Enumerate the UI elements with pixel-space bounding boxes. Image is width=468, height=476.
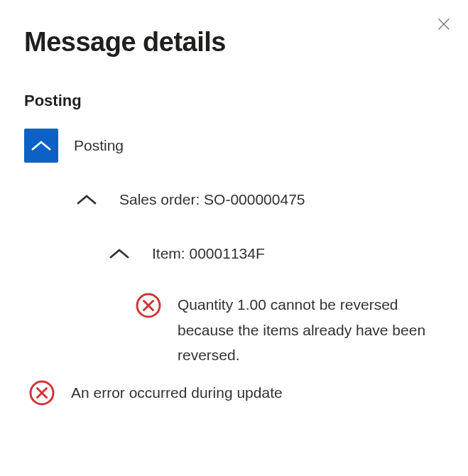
tree-node-label: Posting — [74, 135, 124, 156]
tree-node-label: Item: 00001134F — [152, 243, 265, 264]
tree-node-label: Sales order: SO-000000475 — [119, 189, 305, 210]
section-heading: Posting — [24, 92, 444, 110]
error-icon — [28, 379, 55, 406]
message-tree: Posting Sales order: SO-000000475 Item: … — [24, 129, 444, 406]
error-summary-row: An error occurred during update — [28, 378, 444, 406]
error-icon — [135, 292, 162, 319]
close-button[interactable] — [432, 13, 455, 36]
error-summary-text: An error occurred during update — [71, 378, 283, 403]
error-detail-row: Quantity 1.00 cannot be reversed because… — [135, 291, 444, 368]
chevron-up-icon — [77, 194, 97, 205]
page-title: Message details — [24, 27, 444, 58]
tree-node-level2: Item: 00001134F — [102, 237, 444, 271]
chevron-up-icon — [31, 140, 51, 151]
collapse-toggle-root[interactable] — [24, 129, 58, 163]
chevron-up-icon — [109, 248, 129, 259]
tree-node-level1: Sales order: SO-000000475 — [70, 183, 444, 217]
collapse-toggle-level1[interactable] — [70, 183, 104, 217]
close-icon — [436, 16, 452, 32]
tree-node-root: Posting — [24, 129, 444, 163]
collapse-toggle-level2[interactable] — [102, 237, 136, 271]
error-detail-text: Quantity 1.00 cannot be reversed because… — [178, 291, 444, 368]
